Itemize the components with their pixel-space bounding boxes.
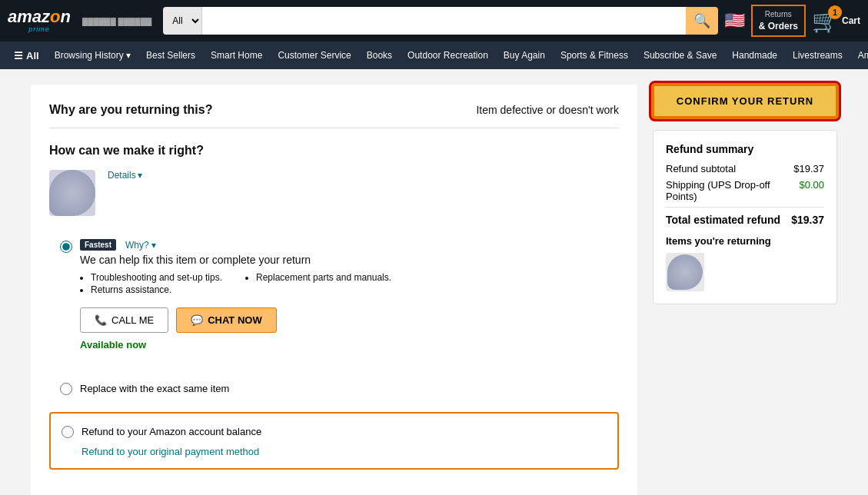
books-label: Books xyxy=(367,50,392,61)
all-label: All xyxy=(26,50,39,61)
refund-subtotal-label: Refund subtotal xyxy=(666,163,736,174)
chat-now-button[interactable]: 💬 CHAT NOW xyxy=(176,307,277,333)
bullet-col-2: Replacement parts and manuals. xyxy=(245,272,391,297)
search-button[interactable]: 🔍 xyxy=(686,7,718,35)
nav-buy-again[interactable]: Buy Again xyxy=(497,45,551,65)
nav-outdoor-recreation[interactable]: Outdoor Recreation xyxy=(401,45,494,65)
orders-label: & Orders xyxy=(759,20,798,33)
option3-label: Refund to your Amazon account balance xyxy=(81,426,261,437)
nav-sports-fitness[interactable]: Sports & Fitness xyxy=(554,45,634,65)
return-form: Why are you returning this? Item defecti… xyxy=(31,85,637,495)
buy-again-label: Buy Again xyxy=(504,50,545,61)
returning-items-title: Items you're returning xyxy=(666,235,824,247)
nav-all[interactable]: ☰ All xyxy=(8,45,45,66)
option2-radio[interactable] xyxy=(60,383,72,395)
why-returning-value: Item defective or doesn't work xyxy=(476,104,619,116)
header: amazon prime ▓▓▓▓▓▓ ▓▓▓▓▓▓ All 🔍 🇺🇸 Retu… xyxy=(0,0,868,42)
chat-icon: 💬 xyxy=(191,314,203,326)
cart-icon-wrap: 🛒 1 xyxy=(812,8,839,34)
why-returning-label: Why are you returning this? xyxy=(49,103,212,117)
nav-livestreams[interactable]: Livestreams xyxy=(787,45,849,65)
search-category-select[interactable]: All xyxy=(163,7,202,35)
account-greeting-text: ▓▓▓▓▓▓ ▓▓▓▓▓▓ xyxy=(82,17,151,25)
bullet1: Troubleshooting and set-up tips. xyxy=(91,272,222,283)
nav-customer-service[interactable]: Customer Service xyxy=(271,45,357,65)
refund-summary-title: Refund summary xyxy=(666,143,824,155)
chevron-down-icon: ▾ xyxy=(138,170,142,181)
amazon-wordmark: amazon xyxy=(8,8,71,25)
shipping-row: Shipping (UPS Drop-off Points) $0.00 xyxy=(666,179,824,202)
call-me-label: CALL ME xyxy=(111,314,154,326)
outdoor-recreation-label: Outdoor Recreation xyxy=(407,50,488,61)
prime-label: prime xyxy=(28,25,50,33)
best-sellers-label: Best Sellers xyxy=(146,50,195,61)
bullet2: Returns assistance. xyxy=(91,284,222,295)
customer-service-label: Customer Service xyxy=(278,50,351,61)
nav-subscribe-save[interactable]: Subscribe & Save xyxy=(637,45,723,65)
option1-radio[interactable] xyxy=(60,241,72,253)
flag-icon[interactable]: 🇺🇸 xyxy=(724,11,745,31)
account-link[interactable]: ▓▓▓▓▓▓ ▓▓▓▓▓▓ xyxy=(77,13,157,29)
bullet-col-1: Troubleshooting and set-up tips. Returns… xyxy=(80,272,222,297)
option-fix-or-return: Fastest Why? ▾ We can help fix this item… xyxy=(49,228,619,361)
amazon-logo[interactable]: amazon prime xyxy=(8,8,71,33)
nav-smart-home[interactable]: Smart Home xyxy=(205,45,268,65)
total-value: $19.37 xyxy=(791,214,824,226)
nav-handmade[interactable]: Handmade xyxy=(726,45,783,65)
product-thumbnail xyxy=(49,170,95,216)
product-info: Details ▾ xyxy=(108,170,142,181)
option3-row: Refund to your Amazon account balance xyxy=(62,424,607,438)
returning-item-thumbnail xyxy=(666,253,704,291)
how-make-right-title: How can we make it right? xyxy=(49,144,619,158)
option1-content: Fastest Why? ▾ We can help fix this item… xyxy=(80,239,391,350)
nav-books[interactable]: Books xyxy=(361,45,398,65)
search-bar: All 🔍 xyxy=(163,7,717,35)
nav-best-sellers[interactable]: Best Sellers xyxy=(140,45,201,65)
sports-fitness-label: Sports & Fitness xyxy=(560,50,628,61)
browsing-history-label: Browsing History ▾ xyxy=(55,50,131,61)
option1-description: We can help fix this item or complete yo… xyxy=(80,254,391,266)
return-sidebar: CONFIRM YOUR RETURN Refund summary Refun… xyxy=(653,85,837,495)
returns-label: Returns xyxy=(765,10,792,18)
option1-bullets: Troubleshooting and set-up tips. Returns… xyxy=(80,272,391,297)
product-row: Details ▾ xyxy=(49,170,619,216)
phone-icon: 📞 xyxy=(95,314,107,326)
cart-count-badge: 1 xyxy=(828,5,842,19)
refund-summary-box: Refund summary Refund subtotal $19.37 Sh… xyxy=(653,130,837,304)
search-input[interactable] xyxy=(202,7,685,35)
refund-original-payment-link[interactable]: Refund to your original payment method xyxy=(81,446,607,457)
action-buttons: 📞 CALL ME 💬 CHAT NOW xyxy=(80,307,391,333)
why-link[interactable]: Why? ▾ xyxy=(125,240,156,251)
fastest-badge: Fastest xyxy=(80,239,116,251)
returns-orders-link[interactable]: Returns & Orders xyxy=(751,5,806,38)
confirm-return-button[interactable]: CONFIRM YOUR RETURN xyxy=(653,85,837,118)
livestreams-label: Livestreams xyxy=(793,50,843,61)
call-me-button[interactable]: 📞 CALL ME xyxy=(80,307,168,333)
option-refund-box: Refund to your Amazon account balance Re… xyxy=(49,412,619,470)
amazon-business-label: Amazon Business ▾ xyxy=(858,50,868,61)
chat-now-label: CHAT NOW xyxy=(208,314,262,326)
product-details-link[interactable]: Details ▾ xyxy=(108,170,142,181)
cart-link[interactable]: 🛒 1 Cart xyxy=(812,8,860,34)
why-returning-row: Why are you returning this? Item defecti… xyxy=(49,103,619,128)
shipping-value: $0.00 xyxy=(799,179,824,202)
subscribe-save-label: Subscribe & Save xyxy=(644,50,717,61)
available-now-text: Available now xyxy=(80,339,391,350)
cart-label: Cart xyxy=(842,15,860,26)
main-content: Why are you returning this? Item defecti… xyxy=(0,69,868,495)
option1-header: Fastest Why? ▾ xyxy=(80,239,391,251)
refund-subtotal-value: $19.37 xyxy=(793,163,824,174)
hamburger-icon: ☰ xyxy=(14,50,23,61)
nav-browsing-history[interactable]: Browsing History ▾ xyxy=(48,45,137,65)
option2-label: Replace with the exact same item xyxy=(80,383,229,394)
total-refund-row: Total estimated refund $19.37 xyxy=(666,207,824,226)
nav-amazon-business[interactable]: Amazon Business ▾ xyxy=(852,45,868,65)
shipping-label: Shipping (UPS Drop-off Points) xyxy=(666,179,799,202)
navigation-bar: ☰ All Browsing History ▾ Best Sellers Sm… xyxy=(0,42,868,69)
refund-subtotal-row: Refund subtotal $19.37 xyxy=(666,163,824,174)
smart-home-label: Smart Home xyxy=(211,50,262,61)
search-icon: 🔍 xyxy=(693,12,710,29)
option3-radio[interactable] xyxy=(62,426,74,438)
option-replace: Replace with the exact same item xyxy=(49,370,619,406)
option1-row: Fastest Why? ▾ We can help fix this item… xyxy=(60,239,608,350)
